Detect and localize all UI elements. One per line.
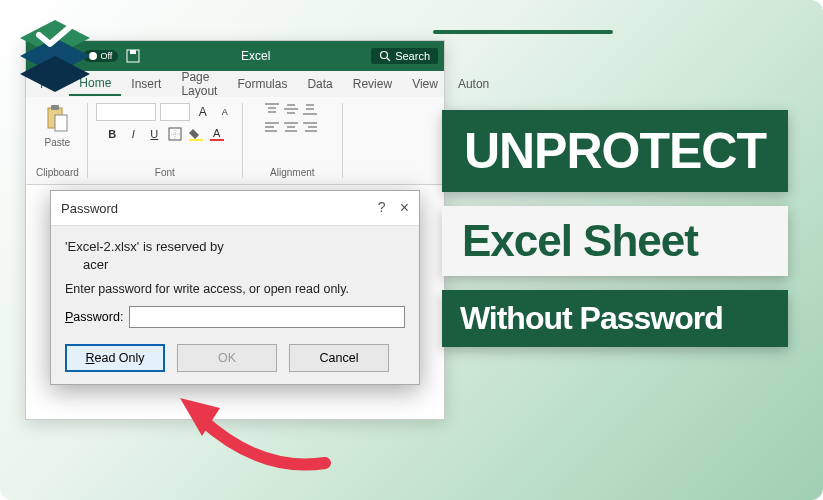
overlay-line-2: Excel Sheet bbox=[442, 206, 788, 276]
svg-rect-13 bbox=[189, 139, 203, 141]
align-left-button[interactable] bbox=[265, 121, 281, 135]
svg-rect-9 bbox=[55, 115, 67, 131]
align-right-icon bbox=[303, 121, 317, 133]
align-top-icon bbox=[265, 103, 279, 115]
svg-point-5 bbox=[381, 52, 388, 59]
svg-text:A: A bbox=[213, 127, 221, 139]
overlay-line-1: UNPROTECT bbox=[442, 110, 788, 192]
app-title: Excel bbox=[148, 49, 363, 63]
ribbon-group-clipboard: Paste Clipboard bbox=[28, 103, 88, 178]
align-bottom-button[interactable] bbox=[303, 103, 319, 117]
password-input[interactable] bbox=[129, 306, 405, 328]
svg-line-6 bbox=[387, 58, 390, 61]
dialog-instruction: Enter password for write access, or open… bbox=[65, 282, 405, 296]
decorative-accent-line bbox=[433, 30, 613, 34]
align-center-icon bbox=[284, 121, 298, 133]
tab-automate[interactable]: Auton bbox=[448, 73, 499, 95]
cancel-button[interactable]: Cancel bbox=[289, 344, 389, 372]
brand-logo bbox=[15, 20, 95, 99]
reserved-line-1: 'Excel-2.xlsx' is reserved by bbox=[65, 238, 405, 256]
tab-view[interactable]: View bbox=[402, 73, 448, 95]
tab-review[interactable]: Review bbox=[343, 73, 402, 95]
search-placeholder: Search bbox=[395, 50, 430, 62]
align-center-button[interactable] bbox=[284, 121, 300, 135]
borders-icon bbox=[168, 127, 182, 141]
password-dialog: Password ? × 'Excel-2.xlsx' is reserved … bbox=[50, 190, 420, 385]
align-left-icon bbox=[265, 121, 279, 133]
dialog-close-button[interactable]: × bbox=[400, 199, 409, 217]
thumbnail-container: AutoSave Off Excel Search File Home Inse… bbox=[0, 0, 823, 500]
tab-insert[interactable]: Insert bbox=[121, 73, 171, 95]
svg-marker-2 bbox=[20, 56, 90, 92]
stacked-diamond-logo-icon bbox=[15, 20, 95, 95]
search-box[interactable]: Search bbox=[371, 48, 438, 64]
borders-button[interactable] bbox=[166, 125, 184, 143]
fill-color-button[interactable] bbox=[187, 125, 205, 143]
font-color-icon: A bbox=[210, 127, 224, 141]
reserved-line-2: acer bbox=[65, 256, 405, 274]
ribbon-group-font: A A B I U A Font bbox=[88, 103, 243, 178]
decrease-font-button[interactable]: A bbox=[216, 103, 234, 121]
read-only-button[interactable]: Read Only bbox=[65, 344, 165, 372]
font-color-button[interactable]: A bbox=[208, 125, 226, 143]
paste-label: Paste bbox=[41, 137, 73, 148]
dialog-title: Password bbox=[61, 201, 118, 216]
dialog-help-button[interactable]: ? bbox=[378, 199, 386, 217]
ok-button[interactable]: OK bbox=[177, 344, 277, 372]
font-family-select[interactable] bbox=[96, 103, 156, 121]
search-icon bbox=[379, 50, 391, 62]
align-middle-icon bbox=[284, 103, 298, 115]
curved-arrow-icon bbox=[160, 378, 340, 478]
red-curved-arrow bbox=[160, 378, 340, 482]
svg-rect-4 bbox=[130, 50, 136, 54]
align-bottom-icon bbox=[303, 103, 317, 115]
svg-rect-8 bbox=[51, 105, 59, 110]
align-middle-button[interactable] bbox=[284, 103, 300, 117]
alignment-group-label: Alignment bbox=[270, 167, 314, 178]
password-label: Password: bbox=[65, 310, 123, 324]
tab-page-layout[interactable]: Page Layout bbox=[171, 66, 227, 102]
tab-data[interactable]: Data bbox=[297, 73, 342, 95]
dialog-body: 'Excel-2.xlsx' is reserved by acer Enter… bbox=[51, 226, 419, 384]
ribbon-content: Paste Clipboard A A B I U A bbox=[26, 97, 444, 185]
dialog-reserved-message: 'Excel-2.xlsx' is reserved by acer bbox=[65, 238, 405, 274]
ribbon-group-alignment: Alignment bbox=[243, 103, 343, 178]
clipboard-group-label: Clipboard bbox=[36, 167, 79, 178]
font-size-select[interactable] bbox=[160, 103, 190, 121]
autosave-state: Off bbox=[100, 51, 112, 61]
tab-formulas[interactable]: Formulas bbox=[227, 73, 297, 95]
save-icon[interactable] bbox=[126, 49, 140, 63]
align-top-button[interactable] bbox=[265, 103, 281, 117]
title-overlay: UNPROTECT Excel Sheet Without Password bbox=[442, 110, 788, 347]
password-row: Password: bbox=[65, 306, 405, 328]
overlay-line-3: Without Password bbox=[442, 290, 788, 347]
svg-rect-15 bbox=[210, 139, 224, 141]
underline-button[interactable]: U bbox=[145, 125, 163, 143]
increase-font-button[interactable]: A bbox=[194, 103, 212, 121]
dialog-button-row: Read Only OK Cancel bbox=[65, 344, 405, 372]
dialog-title-bar: Password ? × bbox=[51, 191, 419, 226]
italic-button[interactable]: I bbox=[124, 125, 142, 143]
paste-button[interactable]: Paste bbox=[41, 103, 73, 148]
align-right-button[interactable] bbox=[303, 121, 319, 135]
font-group-label: Font bbox=[155, 167, 175, 178]
clipboard-paste-icon bbox=[45, 105, 69, 133]
bold-button[interactable]: B bbox=[103, 125, 121, 143]
paint-bucket-icon bbox=[189, 127, 203, 141]
